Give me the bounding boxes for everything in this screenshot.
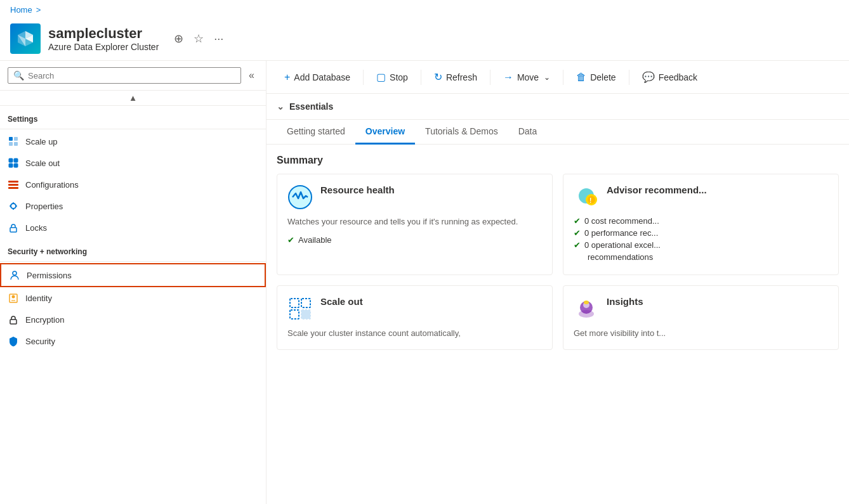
permissions-icon <box>9 269 20 281</box>
star-button[interactable]: ☆ <box>191 29 206 48</box>
add-database-label: Add Database <box>294 72 350 82</box>
sidebar-item-locks[interactable]: Locks <box>0 217 266 238</box>
advisor-list: ✔ 0 cost recommend... ✔ 0 performance re… <box>574 216 828 262</box>
delete-icon: 🗑 <box>576 72 586 83</box>
resource-health-icon <box>287 184 313 210</box>
essentials-chevron-icon: ⌄ <box>277 101 284 112</box>
available-check-icon: ✔ <box>287 235 294 245</box>
svg-rect-6 <box>9 142 13 146</box>
scale-out-card-text: Scale out <box>320 296 363 307</box>
advisor-item-4-text: recommendations <box>574 252 653 262</box>
scale-out-card-title: Scale out <box>320 296 363 307</box>
header-title-group: samplecluster Azure Data Explorer Cluste… <box>48 25 159 52</box>
settings-section: Settings Scale up Scale out Configuratio… <box>0 106 266 238</box>
svg-rect-11 <box>14 164 18 167</box>
insights-icon <box>574 296 599 321</box>
scale-out-card-desc: Scale your cluster instance count automa… <box>287 328 542 339</box>
advisor-icon: ! <box>574 184 599 210</box>
svg-text:!: ! <box>589 197 591 204</box>
svg-point-24 <box>12 295 15 299</box>
sidebar-item-scale-out[interactable]: Scale out <box>0 152 266 174</box>
advisor-list-item-4: recommendations <box>574 252 828 262</box>
tab-getting-started[interactable]: Getting started <box>277 120 355 145</box>
advisor-header: ! Advisor recommend... <box>574 184 828 210</box>
check-icon-3: ✔ <box>574 240 581 250</box>
tab-overview[interactable]: Overview <box>355 120 415 145</box>
refresh-label: Refresh <box>446 72 477 82</box>
toolbar-divider-1 <box>363 70 364 85</box>
move-button[interactable]: → Move ⌄ <box>496 68 558 87</box>
main-layout: 🔍 « ▲ Settings Scale up Scale o <box>0 61 849 504</box>
check-icon-1: ✔ <box>574 216 581 226</box>
pin-filled-button[interactable]: ⊕ <box>171 29 186 48</box>
cards-row-2: Scale out Scale your cluster instance co… <box>267 285 849 360</box>
permissions-label: Permissions <box>27 271 72 280</box>
encryption-icon <box>8 314 19 325</box>
advisor-list-item-2: ✔ 0 performance rec... <box>574 228 828 238</box>
tab-data[interactable]: Data <box>508 120 548 145</box>
toolbar-divider-2 <box>421 70 421 85</box>
feedback-button[interactable]: 💬 Feedback <box>635 67 705 87</box>
toolbar: + Add Database ▢ Stop ↻ Refresh → Move ⌄… <box>267 61 849 94</box>
search-icon: 🔍 <box>13 70 24 81</box>
more-options-button[interactable]: ··· <box>211 30 226 48</box>
star-icon: ☆ <box>194 32 204 45</box>
svg-point-15 <box>11 204 16 209</box>
cards-row-1: Resource health Watches your resource an… <box>267 174 849 285</box>
svg-rect-14 <box>8 187 18 189</box>
advisor-item-1-text: 0 cost recommend... <box>584 216 659 226</box>
svg-rect-9 <box>14 158 18 162</box>
toolbar-divider-5 <box>629 70 629 85</box>
toolbar-divider-3 <box>490 70 490 85</box>
svg-rect-34 <box>290 299 299 307</box>
svg-rect-36 <box>290 310 299 319</box>
essentials-header[interactable]: ⌄ Essentials <box>267 94 849 120</box>
cluster-name: samplecluster <box>48 25 159 42</box>
cluster-subtitle: Azure Data Explorer Cluster <box>48 42 159 52</box>
summary-title: Summary <box>267 145 849 174</box>
sidebar-item-security[interactable]: Security <box>0 330 266 352</box>
essentials-label: Essentials <box>289 101 333 112</box>
svg-rect-8 <box>9 158 13 162</box>
sidebar-item-configurations[interactable]: Configurations <box>0 174 266 195</box>
insights-card-header: Insights <box>574 296 828 321</box>
advisor-card: ! Advisor recommend... ✔ 0 cost recommen… <box>563 174 839 275</box>
stop-button[interactable]: ▢ Stop <box>369 67 416 87</box>
tab-tutorials[interactable]: Tutorials & Demos <box>415 120 508 145</box>
breadcrumb: Home > <box>0 0 849 20</box>
svg-rect-4 <box>9 137 13 141</box>
feedback-icon: 💬 <box>642 71 655 83</box>
security-networking-section: Security + networking Permissions <box>0 238 266 352</box>
advisor-item-3-text: 0 operational excel... <box>584 240 661 250</box>
insights-card-text: Insights <box>607 296 643 307</box>
move-icon: → <box>503 72 513 83</box>
delete-button[interactable]: 🗑 Delete <box>569 68 623 87</box>
move-label: Move <box>517 72 539 82</box>
resource-health-desc: Watches your resource and tells you if i… <box>287 216 542 228</box>
refresh-button[interactable]: ↻ Refresh <box>426 67 485 87</box>
advisor-text: Advisor recommend... <box>607 184 707 195</box>
delete-label: Delete <box>590 72 615 82</box>
stop-icon: ▢ <box>376 71 386 83</box>
scale-out-label: Scale out <box>25 158 60 168</box>
svg-rect-20 <box>10 228 16 232</box>
svg-rect-12 <box>8 181 18 183</box>
sidebar-item-encryption[interactable]: Encryption <box>0 309 266 330</box>
svg-rect-13 <box>8 184 18 186</box>
search-input[interactable] <box>28 71 235 81</box>
svg-rect-10 <box>9 164 13 167</box>
sidebar-item-identity[interactable]: Identity <box>0 287 266 309</box>
configurations-label: Configurations <box>25 180 79 190</box>
sidebar-item-properties[interactable]: Properties <box>0 195 266 217</box>
svg-rect-27 <box>10 320 16 324</box>
sidebar-item-permissions[interactable]: Permissions <box>0 263 266 287</box>
breadcrumb-home[interactable]: Home <box>10 5 32 15</box>
scroll-up-button[interactable]: ▲ <box>129 93 137 103</box>
scale-out-card-header: Scale out <box>287 296 542 321</box>
collapse-sidebar-button[interactable]: « <box>245 68 258 82</box>
add-database-button[interactable]: + Add Database <box>277 68 358 87</box>
cluster-icon <box>10 23 41 54</box>
sidebar-item-scale-up[interactable]: Scale up <box>0 131 266 152</box>
feedback-label: Feedback <box>659 72 697 82</box>
resource-health-header: Resource health <box>287 184 542 210</box>
